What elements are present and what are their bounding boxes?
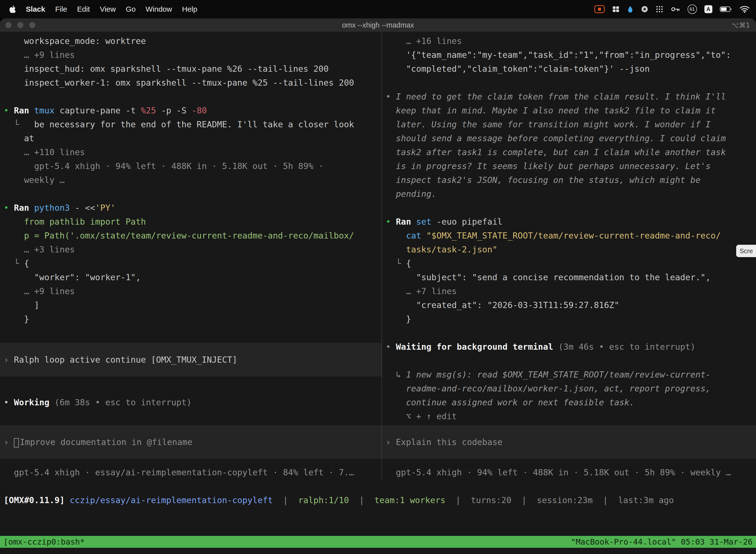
text-segment: cczip/essay/ai-reimplementation-copyleft xyxy=(70,495,273,505)
text-segment: inspect task2's JSON, focusing on the st… xyxy=(396,175,700,185)
menu-view[interactable]: View xyxy=(100,5,116,13)
text-segment: └ xyxy=(396,258,406,268)
text-segment: › xyxy=(386,437,396,447)
text-segment: task2 after task1 is complete, but can I… xyxy=(396,147,726,157)
terminal-line: • Waiting for background terminal (3m 46… xyxy=(382,340,756,354)
queued-message: › Ralph loop active continue [OMX_TMUX_I… xyxy=(0,343,381,377)
battery-percent-badge[interactable]: 61 xyxy=(688,4,697,14)
menu-edit[interactable]: Edit xyxy=(77,5,90,13)
text-segment: "created_at": "2026-03-31T11:59:27.816Z" xyxy=(416,300,619,310)
terminal-line: pending. xyxy=(382,187,756,201)
terminal-line: from pathlib import Path xyxy=(0,215,381,229)
text-segment: Improve documentation in @filename xyxy=(20,437,192,447)
menubar-status-items: 61 A xyxy=(594,4,756,14)
text-segment: ⌥ + ↑ edit xyxy=(406,411,457,421)
text-segment: • xyxy=(386,217,396,227)
text-segment: gpt-5.4 xhigh · 94% left · 488K in · 5.1… xyxy=(34,161,324,171)
traffic-lights xyxy=(0,22,35,28)
text-segment: } xyxy=(406,314,411,324)
text-segment: should send a message before completing … xyxy=(396,133,726,143)
text-cursor xyxy=(14,438,19,447)
prompt-input[interactable]: › Improve documentation in @filename xyxy=(0,425,381,459)
terminal-pane-left[interactable]: workspace_mode: worktree… +9 linesinspec… xyxy=(0,32,382,481)
terminal-line: gpt-5.4 xhigh · 94% left · 488K in · 5.1… xyxy=(0,159,381,173)
text-segment: I need to get the claim token from the c… xyxy=(396,92,726,102)
app-menu-slack[interactable]: Slack xyxy=(26,5,45,13)
terminal-line: gpt-5.4 xhigh · 94% left · 488K in · 5.1… xyxy=(382,465,756,479)
text-segment: } xyxy=(24,314,29,324)
menu-go[interactable]: Go xyxy=(126,5,136,13)
text-segment: … +7 lines xyxy=(406,286,457,296)
text-segment: | turns:20 | session:23m | last:3m ago xyxy=(445,495,674,505)
text-segment: pending. xyxy=(396,189,437,199)
menu-window[interactable]: Window xyxy=(145,5,172,13)
text-segment: [OMX#0.11.9] xyxy=(4,495,70,505)
terminal-line: inspect_worker-1: omx sparkshell --tmux-… xyxy=(0,76,381,90)
tmux-session-window: [omx-cczip0:bash* xyxy=(3,536,85,548)
text-segment: - << xyxy=(70,203,95,213)
terminal-line: • Working (6m 38s • esc to interrupt) xyxy=(0,395,381,409)
input-source-icon[interactable]: A xyxy=(704,5,712,13)
terminal-line: } xyxy=(382,312,756,326)
window-titlebar[interactable]: omx --xhigh --madmax ⌥⌘1 xyxy=(0,18,756,32)
terminal-pane-right[interactable]: … +16 lines'{"team_name":"my-team","task… xyxy=(382,32,756,481)
text-segment: (6m 38s • esc to interrupt) xyxy=(55,397,192,407)
menu-help[interactable]: Help xyxy=(182,5,197,13)
text-segment: -euo pipefail xyxy=(431,217,503,227)
text-segment: later. Using the same for transition mig… xyxy=(396,119,711,129)
terminal-line: • I need to get the claim token from the… xyxy=(382,90,756,104)
droplet-icon[interactable] xyxy=(627,5,633,13)
wifi-icon[interactable] xyxy=(740,5,750,13)
text-segment: … +9 lines xyxy=(24,286,75,296)
terminal-line: workspace_mode: worktree xyxy=(0,34,381,48)
key-icon[interactable] xyxy=(671,5,680,13)
blank-line xyxy=(0,187,381,201)
terminal-line: "subject": "send a concise recommendatio… xyxy=(382,270,756,284)
minimize-button[interactable] xyxy=(17,22,23,28)
text-segment: › xyxy=(4,437,14,447)
window-title: omx --xhigh --madmax xyxy=(0,21,756,29)
text-segment: continue assigned work or next feasible … xyxy=(406,397,634,407)
text-segment: workspace_mode: worktree xyxy=(24,36,146,46)
battery-icon[interactable] xyxy=(720,6,732,13)
screen-recording-indicator[interactable] xyxy=(594,5,605,13)
text-segment: readme-and-reco/mailbox/worker-1.json, a… xyxy=(406,384,711,393)
text-segment: ↳ xyxy=(396,370,406,380)
text-segment: -p -S xyxy=(156,106,191,115)
text-segment: … +3 lines xyxy=(24,244,75,255)
window-tiling-icon[interactable] xyxy=(612,5,620,13)
text-segment: %25 xyxy=(141,106,156,115)
menu-file[interactable]: File xyxy=(55,5,67,13)
zoom-button[interactable] xyxy=(29,22,35,28)
text-segment: tmux xyxy=(34,106,55,115)
prompt-input[interactable]: › Explain this codebase xyxy=(382,425,756,459)
text-segment: (3m 46s • esc to interrupt) xyxy=(558,342,695,352)
terminal-line: … +110 lines xyxy=(0,145,381,159)
terminal-line: keep that in mind. Maybe I also need the… xyxy=(382,104,756,117)
screen-tooltip-text: Scre xyxy=(740,247,753,255)
text-segment: └ xyxy=(14,119,19,129)
text-segment: '{"team_name":"my-team","task_id":"1","f… xyxy=(406,50,731,60)
close-button[interactable] xyxy=(5,22,11,28)
terminal-line: readme-and-reco/mailbox/worker-1.json, a… xyxy=(382,382,756,395)
text-segment: inspect_hud: omx sparkshell --tmux-pane … xyxy=(24,64,329,74)
terminal-line: ] xyxy=(0,298,381,312)
text-segment: capture-pane -t xyxy=(55,106,141,115)
terminal-line: gpt-5.4 xhigh · essay/ai-reimplementatio… xyxy=(0,465,381,479)
text-segment: inspect_worker-1: omx sparkshell --tmux-… xyxy=(24,78,354,88)
terminal-line: └ { xyxy=(0,257,381,270)
text-segment: at xyxy=(24,133,34,143)
apple-menu-icon[interactable] xyxy=(9,5,16,13)
dots-grid-icon[interactable] xyxy=(656,5,663,13)
text-segment: … +16 lines xyxy=(406,36,462,46)
text-segment: "subject": "send a concise recommendatio… xyxy=(416,272,711,282)
text-segment: "completed","claim_token":"claim-token"}… xyxy=(406,64,650,74)
macos-menu-bar: Slack File Edit View Go Window Help xyxy=(0,0,756,18)
text-segment: "worker": "worker-1", xyxy=(34,272,141,282)
circle-app-icon[interactable] xyxy=(641,5,648,13)
text-segment: p = Path('.omx/state/team/review-current… xyxy=(24,231,354,240)
terminal-line: … +3 lines xyxy=(0,242,381,257)
text-segment: be necessary for the end of the README. … xyxy=(19,119,354,129)
text-segment: { xyxy=(406,258,411,268)
terminal-line: is in progress? It seems likely but perh… xyxy=(382,159,756,173)
